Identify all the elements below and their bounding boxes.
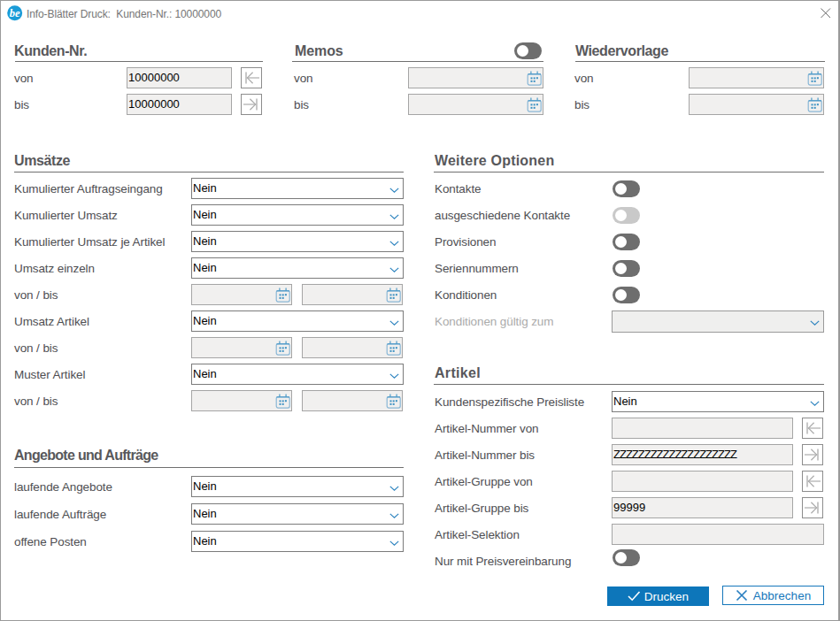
svg-text:be: be (10, 7, 20, 19)
